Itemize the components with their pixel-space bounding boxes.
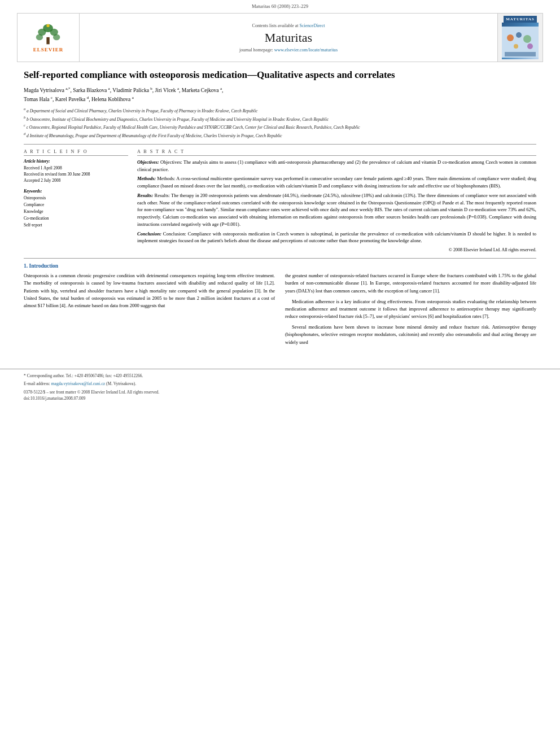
svg-rect-14 <box>505 52 536 56</box>
journal-homepage-url[interactable]: www.elsevier.com/locate/maturitas <box>274 47 338 53</box>
article-info-abstract-section: A R T I C L E I N F O Article history: R… <box>24 149 536 252</box>
svg-point-7 <box>46 24 49 27</box>
elsevier-brand-text: ELSEVIER <box>33 47 64 53</box>
journal-header: ELSEVIER Contents lists available at Sci… <box>17 13 543 62</box>
svg-point-11 <box>523 35 531 43</box>
email-line: E-mail address: magda.vytrisakova@faf.cu… <box>24 381 536 387</box>
keywords-section: Keywords: Osteoporosis Compliance Knowle… <box>24 189 128 229</box>
abstract-col: A B S T R A C T Objectives: Objectives: … <box>137 149 536 252</box>
corresponding-author-note: * Corresponding author. Tel.: +420 49506… <box>24 373 536 379</box>
maturitas-cover-image <box>502 23 539 59</box>
doi-line: doi:10.1016/j.maturitas.2008.07.009 <box>24 395 536 401</box>
copyright-line: © 2008 Elsevier Ireland Ltd. All rights … <box>137 247 536 252</box>
journal-header-right: MATURITAS <box>497 14 542 62</box>
main-content: Self-reported compliance with osteoporos… <box>0 67 560 361</box>
cover-art-svg <box>502 27 539 58</box>
page: Maturitas 60 (2008) 223–229 ELSEV <box>0 0 560 747</box>
journal-reference: Maturitas 60 (2008) 223–229 <box>0 0 560 11</box>
footer: * Corresponding author. Tel.: +420 49506… <box>0 369 560 402</box>
introduction-section: 1. Introduction Osteoporosis is a common… <box>24 263 536 350</box>
maturitas-badge: MATURITAS <box>504 16 537 23</box>
elsevier-logo-area: ELSEVIER <box>18 14 80 62</box>
svg-point-9 <box>507 34 514 41</box>
authors-line: Magda Vytrisalova a,*, Sarka Blazkova a,… <box>24 86 536 103</box>
svg-point-13 <box>527 43 533 49</box>
article-history: Article history: Received 1 April 2008 R… <box>24 159 128 184</box>
abstract-label: A B S T R A C T <box>137 149 536 156</box>
divider-after-abstract <box>24 258 536 259</box>
svg-point-4 <box>36 34 43 40</box>
svg-rect-6 <box>46 37 49 43</box>
elsevier-logo: ELSEVIER <box>33 23 64 53</box>
journal-homepage-line: journal homepage: www.elsevier.com/locat… <box>239 47 338 53</box>
contents-line: Contents lists available at ScienceDirec… <box>252 23 325 28</box>
svg-point-5 <box>53 34 60 40</box>
elsevier-tree-icon <box>33 23 64 46</box>
sciencedirect-link[interactable]: ScienceDirect <box>300 23 325 28</box>
journal-ref-text: Maturitas 60 (2008) 223–229 <box>252 3 308 9</box>
article-info-col: A R T I C L E I N F O Article history: R… <box>24 149 128 252</box>
issn-line: 0378-5122/$ – see front matter © 2008 El… <box>24 389 536 395</box>
svg-point-10 <box>516 32 522 38</box>
article-info-label: A R T I C L E I N F O <box>24 149 128 156</box>
author-email: magda.vytrisakova@faf.cuni.cz <box>51 381 105 386</box>
article-title: Self-reported compliance with osteoporos… <box>24 69 536 81</box>
affiliations: a a Department of Social and Clinical Ph… <box>24 106 536 145</box>
svg-point-12 <box>514 44 518 49</box>
journal-header-center: Contents lists available at ScienceDirec… <box>80 14 497 62</box>
intro-left-col: Osteoporosis is a common chronic progres… <box>24 272 275 350</box>
journal-title: Maturitas <box>265 30 312 45</box>
footer-notes: * Corresponding author. Tel.: +420 49506… <box>24 373 536 402</box>
intro-right-col: the greatest number of osteoporosis-rela… <box>285 272 536 350</box>
introduction-heading: 1. Introduction <box>24 263 536 269</box>
abstract-text: Objectives: Objectives: The analysis aim… <box>137 159 536 244</box>
introduction-body: Osteoporosis is a common chronic progres… <box>24 272 536 350</box>
